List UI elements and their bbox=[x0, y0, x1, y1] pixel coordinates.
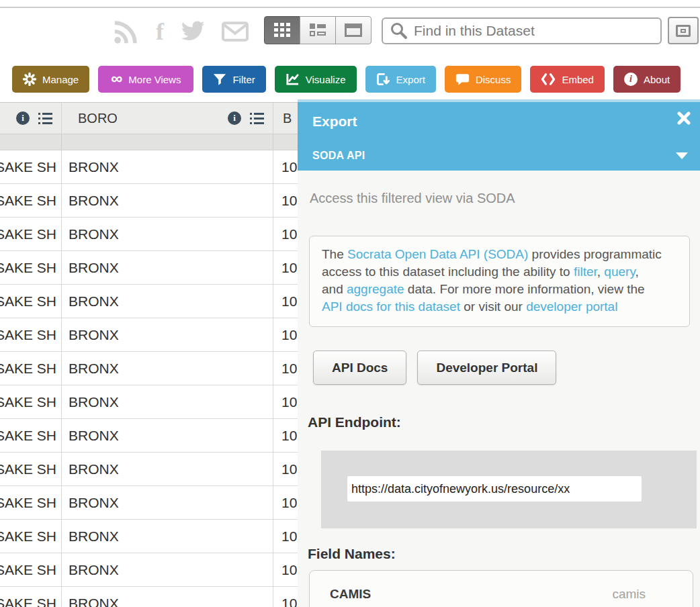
column-menu-icon[interactable] bbox=[38, 112, 52, 125]
export-label: Export bbox=[396, 74, 425, 85]
table-cell-boro[interactable]: BRONX bbox=[62, 184, 273, 217]
page-view-button[interactable] bbox=[335, 16, 371, 44]
search-input[interactable] bbox=[414, 23, 660, 39]
email-icon[interactable] bbox=[222, 21, 249, 42]
export-panel-header: Export SODA API bbox=[298, 102, 700, 171]
table-cell-boro[interactable]: BRONX bbox=[62, 218, 273, 250]
column-label: BORO bbox=[62, 111, 118, 126]
field-names-label: Field Names: bbox=[308, 546, 700, 562]
soda-button-row: API Docs Developer Portal bbox=[313, 351, 700, 385]
fullscreen-button[interactable] bbox=[668, 17, 699, 44]
search-icon bbox=[390, 21, 408, 40]
export-panel: Export SODA API Access this filtered vie… bbox=[298, 99, 700, 607]
table-cell-boro[interactable]: BRONX bbox=[62, 150, 273, 183]
field-names-table: CAMIS camis bbox=[309, 570, 693, 607]
soda-link[interactable]: aggregate bbox=[347, 282, 404, 296]
download-page-icon bbox=[376, 73, 390, 87]
chevron-down-icon bbox=[676, 152, 688, 159]
visualize-label: Visualize bbox=[306, 74, 346, 85]
column-header-1[interactable]: i bbox=[0, 103, 62, 134]
table-cell-boro[interactable]: BRONX bbox=[62, 285, 273, 318]
table-cell-boro[interactable]: BRONX bbox=[62, 520, 273, 553]
soda-subtitle: Access this filtered view via SODA bbox=[310, 191, 700, 206]
export-panel-title: Export bbox=[312, 113, 357, 130]
table-cell-dba[interactable]: SAKE SH bbox=[0, 553, 62, 586]
close-icon[interactable] bbox=[676, 111, 691, 128]
table-cell-dba[interactable]: SAKE SH bbox=[0, 318, 62, 351]
speech-bubble-icon bbox=[455, 73, 470, 86]
funnel-icon bbox=[213, 73, 226, 86]
embed-button[interactable]: Embed bbox=[530, 66, 605, 93]
table-cell-boro[interactable]: BRONX bbox=[62, 486, 273, 519]
api-docs-button[interactable]: API Docs bbox=[313, 351, 406, 385]
about-label: About bbox=[644, 74, 670, 85]
dataset-page: f bbox=[0, 0, 700, 607]
soda-link[interactable]: API docs for this dataset bbox=[322, 299, 460, 314]
table-cell-dba[interactable]: SAKE SH bbox=[0, 218, 62, 250]
column-menu-icon[interactable] bbox=[250, 112, 264, 125]
export-panel-body: Access this filtered view via SODA The S… bbox=[298, 171, 700, 607]
filter-label: Filter bbox=[232, 74, 255, 85]
soda-link[interactable]: Socrata Open Data API (SODA) bbox=[347, 247, 528, 261]
maximize-icon bbox=[676, 25, 691, 37]
grid-view-button[interactable] bbox=[264, 16, 300, 44]
column-header-boro[interactable]: BORO i bbox=[62, 103, 273, 134]
find-in-dataset-search bbox=[382, 17, 662, 44]
field-api-name: camis bbox=[612, 587, 646, 607]
soda-link[interactable]: query bbox=[604, 265, 635, 279]
table-cell-dba[interactable]: SAKE SH bbox=[0, 419, 62, 452]
table-cell-boro[interactable]: BRONX bbox=[62, 587, 273, 607]
table-cell-boro[interactable]: BRONX bbox=[62, 251, 273, 284]
api-endpoint-label: API Endpoint: bbox=[308, 414, 700, 430]
column-info-icon[interactable]: i bbox=[16, 111, 30, 125]
soda-api-label: SODA API bbox=[312, 150, 365, 162]
action-button-bar: Manage ∞ More Views Filter Visualize bbox=[12, 66, 681, 93]
developer-portal-button[interactable]: Developer Portal bbox=[417, 351, 556, 385]
table-cell-boro[interactable]: BRONX bbox=[62, 352, 273, 385]
table-cell-dba[interactable]: SAKE SH bbox=[0, 184, 62, 217]
api-endpoint-input[interactable] bbox=[347, 476, 642, 502]
table-cell-dba[interactable]: SAKE SH bbox=[0, 453, 62, 485]
column-label: B bbox=[273, 111, 292, 126]
table-cell-dba[interactable]: SAKE SH bbox=[0, 251, 62, 284]
table-cell-dba[interactable]: SAKE SH bbox=[0, 486, 62, 519]
soda-api-section-toggle[interactable]: SODA API bbox=[298, 141, 700, 171]
chart-icon bbox=[286, 73, 300, 86]
top-divider bbox=[0, 7, 700, 8]
table-cell-boro[interactable]: BRONX bbox=[62, 553, 273, 586]
table-cell-boro[interactable]: BRONX bbox=[62, 385, 273, 418]
rich-view-button[interactable] bbox=[300, 16, 336, 44]
table-cell-boro[interactable]: BRONX bbox=[62, 318, 273, 351]
table-cell-dba[interactable]: SAKE SH bbox=[0, 150, 62, 183]
manage-button[interactable]: Manage bbox=[12, 66, 89, 93]
more-views-button[interactable]: ∞ More Views bbox=[98, 66, 193, 93]
gear-icon bbox=[23, 73, 36, 86]
field-name: CAMIS bbox=[330, 587, 371, 607]
more-views-label: More Views bbox=[128, 74, 181, 85]
export-button[interactable]: Export bbox=[365, 66, 436, 93]
table-cell-boro[interactable]: BRONX bbox=[62, 419, 273, 452]
rich-view-icon bbox=[309, 22, 326, 38]
code-brackets-icon bbox=[541, 73, 556, 85]
discuss-button[interactable]: Discuss bbox=[445, 66, 522, 93]
column-info-icon[interactable]: i bbox=[228, 111, 241, 125]
filter-button[interactable]: Filter bbox=[202, 66, 265, 93]
page-view-icon bbox=[345, 22, 362, 38]
soda-link[interactable]: developer portal bbox=[526, 299, 617, 314]
embed-label: Embed bbox=[562, 74, 594, 85]
table-cell-dba[interactable]: SAKE SH bbox=[0, 352, 62, 385]
view-mode-toggle bbox=[264, 16, 371, 44]
table-cell-dba[interactable]: SAKE SH bbox=[0, 385, 62, 418]
about-button[interactable]: i About bbox=[613, 66, 681, 93]
table-cell-dba[interactable]: SAKE SH bbox=[0, 520, 62, 553]
table-cell-dba[interactable]: SAKE SH bbox=[0, 587, 62, 607]
api-endpoint-box bbox=[321, 451, 697, 528]
soda-link[interactable]: filter bbox=[574, 265, 597, 279]
table-cell-boro[interactable]: BRONX bbox=[62, 453, 273, 485]
twitter-icon[interactable] bbox=[180, 21, 206, 42]
table-cell-dba[interactable]: SAKE SH bbox=[0, 285, 62, 318]
social-share-bar: f bbox=[113, 16, 249, 47]
visualize-button[interactable]: Visualize bbox=[275, 66, 357, 93]
facebook-icon[interactable]: f bbox=[156, 19, 164, 44]
rss-icon[interactable] bbox=[113, 18, 140, 45]
